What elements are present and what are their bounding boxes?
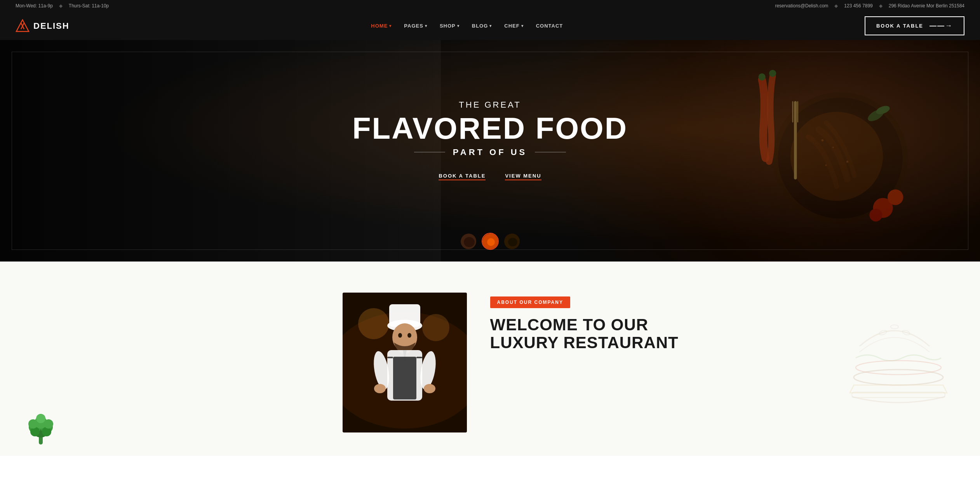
- hero-subtitle: THE GREAT: [459, 100, 521, 110]
- top-bar: Mon-Wed: 11a-9p ◆ Thurs-Sat: 11a-10p res…: [0, 0, 980, 12]
- slider-thumb-3[interactable]: [503, 233, 520, 250]
- burger-outline-svg: [840, 307, 949, 408]
- nav-link-pages[interactable]: PAGES ▾: [399, 20, 432, 32]
- hero-tagline: PART OF US: [414, 147, 566, 157]
- nav-link-chef[interactable]: CHEF ▾: [500, 20, 528, 32]
- svg-point-55: [891, 325, 898, 329]
- divider-1: ◆: [59, 3, 63, 9]
- divider-3: ◆: [879, 3, 883, 9]
- tagline-line-left: [414, 152, 445, 152]
- about-container: ABOUT OUR COMPANY WELCOME TO OUR LUXURY …: [257, 293, 723, 432]
- nav-item-contact[interactable]: CONTACT: [531, 20, 568, 32]
- svg-rect-47: [393, 357, 416, 399]
- nav-link-blog[interactable]: BLOG ▾: [467, 20, 497, 32]
- hours-weekday: Mon-Wed: 11a-9p: [16, 3, 53, 9]
- logo-text: DELISH: [33, 21, 70, 31]
- svg-point-22: [464, 237, 475, 247]
- nav-links: HOME ▾ PAGES ▾ SHOP ▾ BLOG ▾ CHEF: [366, 20, 567, 32]
- svg-point-44: [398, 333, 402, 338]
- thumb-img-2: [482, 234, 498, 249]
- about-company-badge: ABOUT OUR COMPANY: [490, 296, 570, 308]
- book-table-button[interactable]: BOOK A TABLE ——→: [865, 16, 964, 35]
- chevron-down-icon: ▾: [389, 24, 392, 28]
- svg-point-45: [407, 333, 411, 338]
- chef-svg: [343, 293, 467, 432]
- hero-section: THE GREAT FLAVORED FOOD PART OF US BOOK …: [0, 40, 980, 262]
- svg-point-58: [854, 370, 943, 385]
- nav-item-chef[interactable]: CHEF ▾: [500, 20, 528, 32]
- svg-point-40: [422, 314, 449, 341]
- thumb-img-1: [461, 234, 476, 249]
- contact-address: 296 Ridao Avenie Mor Berlin 251584: [889, 3, 964, 9]
- svg-point-35: [28, 419, 38, 429]
- about-section: ABOUT OUR COMPANY WELCOME TO OUR LUXURY …: [0, 262, 980, 456]
- svg-point-26: [508, 238, 517, 246]
- hero-buttons: BOOK A TABLE VIEW MENU: [439, 173, 541, 179]
- divider-2: ◆: [834, 3, 838, 9]
- burger-outline-decoration: [840, 307, 949, 410]
- nav-item-blog[interactable]: BLOG ▾: [467, 20, 497, 32]
- broccoli-decoration: [23, 412, 58, 448]
- tagline-line-right: [535, 152, 566, 152]
- svg-point-52: [374, 384, 386, 393]
- svg-point-57: [856, 361, 941, 375]
- svg-point-24: [487, 238, 495, 246]
- svg-point-32: [30, 427, 40, 436]
- broccoli-icon: [23, 412, 58, 446]
- hero-title: FLAVORED FOOD: [352, 113, 628, 143]
- svg-point-34: [36, 414, 45, 423]
- svg-point-53: [424, 384, 435, 393]
- svg-rect-48: [387, 357, 393, 358]
- slider-thumb-1[interactable]: [460, 233, 477, 250]
- svg-point-36: [44, 419, 53, 429]
- top-bar-right: reservations@Delish.com ◆ 123 456 7899 ◆…: [775, 3, 964, 9]
- logo-link[interactable]: DELISH: [16, 19, 70, 33]
- svg-point-33: [42, 427, 51, 436]
- contact-phone: 123 456 7899: [844, 3, 872, 9]
- slider-thumb-2[interactable]: [482, 233, 499, 250]
- chevron-down-icon: ▾: [489, 24, 492, 28]
- svg-rect-49: [416, 357, 422, 358]
- navbar: DELISH HOME ▾ PAGES ▾ SHOP ▾ BLOG ▾: [0, 12, 980, 40]
- about-chef-image: [343, 293, 467, 432]
- chevron-down-icon: ▾: [521, 24, 524, 28]
- thumb-img-3: [504, 234, 520, 249]
- nav-item-home[interactable]: HOME ▾: [366, 20, 396, 32]
- svg-point-39: [358, 308, 389, 339]
- nav-item-shop[interactable]: SHOP ▾: [435, 20, 464, 32]
- top-bar-left: Mon-Wed: 11a-9p ◆ Thurs-Sat: 11a-10p: [16, 3, 109, 9]
- nav-link-contact[interactable]: CONTACT: [531, 20, 568, 32]
- about-title: WELCOME TO OUR LUXURY RESTAURANT: [490, 316, 708, 352]
- arrow-right-icon: ——→: [930, 22, 953, 30]
- hero-slider: [460, 233, 520, 250]
- logo-icon: [16, 19, 30, 33]
- hours-weekend: Thurs-Sat: 11a-10p: [69, 3, 109, 9]
- hero-view-menu-button[interactable]: VIEW MENU: [505, 173, 541, 179]
- about-text: ABOUT OUR COMPANY WELCOME TO OUR LUXURY …: [490, 293, 708, 352]
- nav-link-shop[interactable]: SHOP ▾: [435, 20, 464, 32]
- contact-email: reservations@Delish.com: [775, 3, 828, 9]
- chevron-down-icon: ▾: [457, 24, 460, 28]
- chevron-down-icon: ▾: [425, 24, 427, 28]
- hero-content: THE GREAT FLAVORED FOOD PART OF US BOOK …: [0, 40, 980, 262]
- hero-book-table-button[interactable]: BOOK A TABLE: [439, 173, 486, 179]
- nav-item-pages[interactable]: PAGES ▾: [399, 20, 432, 32]
- nav-link-home[interactable]: HOME ▾: [366, 20, 396, 32]
